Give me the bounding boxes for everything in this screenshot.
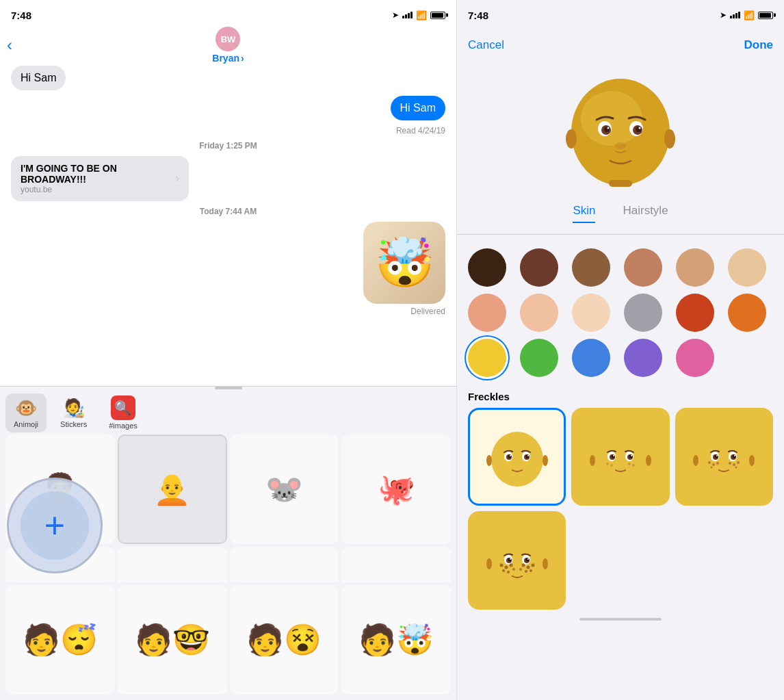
svg-point-21 [525,454,529,458]
svg-point-52 [729,462,731,465]
face-light-freckles [590,426,651,488]
color-swatch-15[interactable] [572,339,610,377]
sticker-item[interactable]: 🧑‍🤓 [118,585,227,695]
battery-fill-right [759,13,771,18]
link-row: I'M GOING TO BE ON BROADWAY!!! youtu.be … [21,163,179,194]
svg-point-22 [527,455,529,456]
add-button-overlay[interactable]: + [7,478,103,573]
color-swatch-1[interactable] [468,248,506,287]
sticker-item[interactable]: 🤯 [230,547,339,582]
color-swatch-6[interactable] [728,248,766,287]
svg-point-57 [693,455,698,466]
sticker-item[interactable]: 🐙 [341,435,451,544]
color-swatch-4[interactable] [624,248,662,287]
message-received-hiSam: Hi Sam [11,66,445,93]
sticker-item[interactable]: 😍 [118,547,227,582]
svg-point-67 [527,558,529,560]
contact-info[interactable]: BW Bryan › [212,27,244,64]
bar1 [730,16,732,18]
svg-point-56 [735,466,737,468]
wifi-icon: 📶 [416,10,427,21]
link-bubble[interactable]: I'M GOING TO BE ON BROADWAY!!! youtu.be … [11,156,189,201]
freckles-option-light[interactable] [571,408,669,506]
svg-point-39 [646,455,651,466]
svg-point-12 [664,129,675,148]
svg-point-53 [733,463,735,466]
color-swatch-10[interactable] [624,294,662,332]
animoji-tab-icon: 🐵 [15,398,37,419]
sticker-item[interactable]: 🧑‍🤯 [341,585,451,695]
freckles-option-medium[interactable] [675,408,773,506]
svg-point-48 [734,455,735,456]
sticker-item[interactable]: 🧑‍🦲 [118,435,227,544]
link-content: I'M GOING TO BE ON BROADWAY!!! youtu.be [21,163,176,194]
tab-hairstyle[interactable]: Hairstyle [623,204,668,223]
color-swatch-7[interactable] [468,294,506,332]
svg-point-5 [607,127,610,129]
sticker-item[interactable]: 🧑‍😴 [5,585,115,695]
color-swatch-14[interactable] [520,339,558,377]
svg-point-11 [566,129,577,148]
tab-skin[interactable]: Skin [573,204,595,223]
freckles-option-none[interactable] [468,408,566,506]
svg-point-40 [698,432,750,487]
svg-point-28 [611,454,614,458]
color-swatch-13-selected[interactable] [468,339,506,377]
svg-point-51 [716,462,719,465]
svg-point-72 [507,571,510,573]
animoji-image: 🤯 [363,222,445,304]
contact-name: Bryan › [212,53,244,64]
svg-point-36 [628,463,631,465]
freckles-grid [457,408,784,506]
done-button[interactable]: Done [744,38,774,52]
svg-point-35 [610,464,613,467]
svg-point-10 [615,142,626,149]
bar1 [402,16,404,18]
color-swatch-3[interactable] [572,248,610,287]
cancel-button[interactable]: Cancel [468,38,504,52]
color-swatch-11[interactable] [676,294,714,332]
color-swatch-12[interactable] [728,294,766,332]
svg-point-70 [509,563,512,567]
link-url: youtu.be [21,185,176,194]
svg-point-80 [486,558,492,569]
back-chevron-icon: ‹ [7,36,12,55]
color-swatch-8[interactable] [520,294,558,332]
status-bar-left: 7:48 ➤ 📶 [0,0,456,30]
bubble: Hi Sam [391,96,445,120]
memoji-editor-panel: 7:48 ➤ 📶 Cancel Done [457,0,784,700]
color-swatch-2[interactable] [520,248,558,287]
svg-point-69 [504,565,508,569]
stickers-tab-icon: 🧑‍🎨 [63,398,85,419]
color-swatch-9[interactable] [572,294,610,332]
svg-point-81 [543,558,548,569]
sticker-item[interactable]: 🧑‍😵 [230,585,339,695]
tab-animoji[interactable]: 🐵 Animoji [5,393,47,432]
bubble: Hi Sam [11,66,66,90]
color-swatch-5[interactable] [676,248,714,287]
sticker-item[interactable]: 😴 [341,547,451,582]
scroll-indicator [215,387,242,389]
svg-point-38 [590,455,595,466]
avatar: BW [215,27,240,51]
emoji-tabs: 🐵 Animoji 🧑‍🎨 Stickers 🔍 #images [0,393,456,432]
status-icons-right: ➤ 📶 [720,10,773,21]
color-swatch-17[interactable] [676,339,714,377]
svg-point-66 [525,558,529,561]
svg-point-77 [530,569,532,572]
tab-stickers[interactable]: 🧑‍🎨 Stickers [52,393,95,432]
svg-point-43 [715,454,718,458]
svg-point-55 [711,466,713,468]
bar4 [738,12,740,18]
wifi-icon-right: 📶 [744,10,755,21]
bar4 [410,12,413,18]
back-button[interactable]: ‹ [7,36,12,55]
sticker-item[interactable]: 🐭 [230,435,339,544]
svg-point-24 [543,455,548,466]
color-swatch-16[interactable] [624,339,662,377]
tab-images[interactable]: 🔍 #images [101,391,146,434]
memoji-head-container [562,70,679,187]
animoji-message: 🤯 [11,222,445,304]
freckles-option-heavy[interactable] [468,511,566,609]
message-broadway[interactable]: I'M GOING TO BE ON BROADWAY!!! youtu.be … [11,156,445,201]
